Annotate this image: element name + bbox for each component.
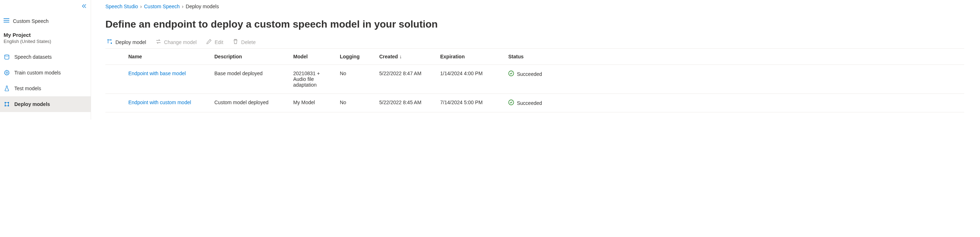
status-text: Succeeded [517, 71, 542, 77]
column-created[interactable]: Created↓ [375, 49, 436, 65]
cell-model: My Model [289, 94, 336, 112]
change-model-button: Change model [156, 39, 197, 46]
table-row[interactable]: Endpoint with base model Base model depl… [105, 65, 964, 94]
svg-point-0 [6, 72, 8, 73]
breadcrumb-link-speech-studio[interactable]: Speech Studio [105, 3, 138, 9]
breadcrumb-link-custom-speech[interactable]: Custom Speech [144, 3, 180, 9]
column-description[interactable]: Description [210, 49, 289, 65]
column-expiration[interactable]: Expiration [436, 49, 504, 65]
sidebar-item-speech-datasets[interactable]: Speech datasets [0, 49, 91, 65]
list-icon [3, 18, 9, 24]
endpoints-table: Name Description Model Logging Created↓ … [105, 48, 964, 112]
sidebar-header-label: Custom Speech [13, 18, 49, 24]
cell-model: 20210831 + Audio file adaptation [289, 65, 336, 94]
sidebar-item-label: Speech datasets [14, 54, 52, 60]
sidebar-item-label: Train custom models [14, 70, 60, 76]
flask-icon [3, 85, 10, 91]
gear-icon [3, 70, 10, 76]
cell-description: Custom model deployed [210, 94, 289, 112]
cell-status: Succeeded [504, 65, 964, 94]
delete-button: Delete [232, 39, 256, 46]
sidebar-item-train-models[interactable]: Train custom models [0, 65, 91, 81]
edit-button: Edit [206, 39, 223, 46]
cell-created: 5/22/2022 8:47 AM [375, 65, 436, 94]
chevron-double-left-icon [81, 3, 86, 9]
sidebar-header[interactable]: Custom Speech [0, 14, 91, 28]
database-icon [3, 54, 10, 60]
row-select-cell[interactable] [105, 94, 124, 112]
cell-expiration: 7/14/2024 5:00 PM [436, 94, 504, 112]
trash-icon [232, 39, 239, 46]
column-name[interactable]: Name [124, 49, 210, 65]
column-status[interactable]: Status [504, 49, 964, 65]
cell-expiration: 1/14/2024 4:00 PM [436, 65, 504, 94]
cell-status: Succeeded [504, 94, 964, 112]
cell-logging: No [336, 94, 375, 112]
deploy-model-button[interactable]: Deploy model [107, 39, 146, 46]
toolbar-label: Delete [241, 40, 256, 45]
column-model[interactable]: Model [289, 49, 336, 65]
project-locale: English (United States) [3, 39, 87, 44]
sidebar: Custom Speech My Project English (United… [0, 0, 91, 120]
cell-created: 5/22/2022 8:45 AM [375, 94, 436, 112]
sort-down-icon: ↓ [399, 54, 402, 59]
status-text: Succeeded [517, 100, 542, 106]
cell-description: Base model deployed [210, 65, 289, 94]
breadcrumb: Speech Studio › Custom Speech › Deploy m… [105, 3, 964, 9]
sidebar-item-label: Test models [14, 85, 41, 91]
success-icon [508, 71, 514, 77]
endpoint-name-link[interactable]: Endpoint with base model [124, 65, 210, 94]
chevron-right-icon: › [182, 3, 183, 9]
deploy-icon [107, 39, 113, 46]
main-content: Speech Studio › Custom Speech › Deploy m… [91, 0, 980, 120]
column-select[interactable] [105, 49, 124, 65]
endpoint-name-link[interactable]: Endpoint with custom model [124, 94, 210, 112]
cell-logging: No [336, 65, 375, 94]
chevron-right-icon: › [140, 3, 142, 9]
page-title: Define an endpoint to deploy a custom sp… [105, 19, 964, 30]
toolbar-label: Deploy model [115, 40, 146, 45]
collapse-sidebar-button[interactable] [81, 3, 86, 9]
sidebar-item-test-models[interactable]: Test models [0, 81, 91, 96]
table-row[interactable]: Endpoint with custom model Custom model … [105, 94, 964, 112]
deploy-icon [3, 101, 10, 107]
project-name: My Project [3, 32, 87, 38]
project-info: My Project English (United States) [0, 28, 91, 49]
toolbar-label: Edit [215, 40, 223, 45]
sidebar-item-label: Deploy models [14, 101, 50, 107]
toolbar-label: Change model [164, 40, 197, 45]
success-icon [508, 100, 514, 106]
column-logging[interactable]: Logging [336, 49, 375, 65]
row-select-cell[interactable] [105, 65, 124, 94]
sidebar-item-deploy-models[interactable]: Deploy models [0, 96, 91, 112]
swap-icon [156, 39, 161, 46]
breadcrumb-current: Deploy models [186, 3, 219, 9]
edit-icon [206, 39, 212, 46]
toolbar: Deploy model Change model Edit Delete [105, 39, 964, 46]
